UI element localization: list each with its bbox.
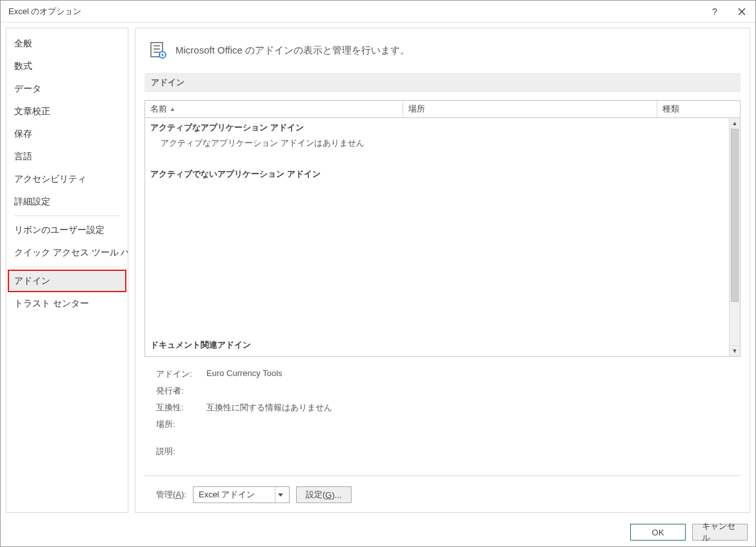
column-header-name[interactable]: 名前 ▲ bbox=[145, 101, 403, 117]
detail-label-location: 場所: bbox=[156, 419, 201, 430]
scroll-thumb[interactable] bbox=[731, 129, 739, 302]
scroll-down-icon[interactable]: ▼ bbox=[730, 345, 740, 356]
sidebar-item-addins[interactable]: アドイン bbox=[8, 270, 126, 292]
detail-label-publisher: 発行者: bbox=[156, 385, 201, 397]
category-inactive: アクティブでないアプリケーション アドイン bbox=[145, 164, 740, 183]
scroll-track[interactable] bbox=[730, 129, 740, 345]
titlebar: Excel のオプション ? bbox=[1, 1, 755, 23]
column-header-location-label: 場所 bbox=[408, 103, 425, 115]
sidebar-item-accessibility[interactable]: アクセシビリティ bbox=[8, 168, 126, 190]
sort-ascending-icon: ▲ bbox=[170, 106, 175, 112]
sidebar-item-customize-ribbon[interactable]: リボンのユーザー設定 bbox=[8, 219, 126, 241]
svg-point-7 bbox=[161, 54, 163, 55]
sidebar-divider bbox=[14, 215, 120, 216]
column-header-location[interactable]: 場所 bbox=[403, 101, 657, 117]
sidebar-item-language[interactable]: 言語 bbox=[8, 145, 126, 168]
ok-button[interactable]: OK bbox=[630, 524, 686, 541]
manage-combo[interactable]: Excel アドイン bbox=[193, 486, 290, 503]
detail-value-compat: 互換性に関する情報はありません bbox=[206, 402, 332, 413]
column-header-name-label: 名前 bbox=[150, 103, 167, 115]
sidebar-item-data[interactable]: データ bbox=[8, 77, 126, 100]
active-empty-message: アクティブなアプリケーション アドインはありません bbox=[145, 136, 740, 150]
sidebar-item-formulas[interactable]: 数式 bbox=[8, 55, 126, 77]
detail-label-compat: 互換性: bbox=[156, 402, 201, 413]
sidebar-item-trust-center[interactable]: トラスト センター bbox=[8, 292, 126, 315]
cancel-button[interactable]: キャンセル bbox=[692, 524, 748, 541]
window-title: Excel のオプション bbox=[8, 6, 81, 17]
scroll-up-icon[interactable]: ▲ bbox=[730, 118, 740, 129]
panel-heading: Microsoft Office のアドインの表示と管理を行います。 bbox=[175, 45, 410, 57]
addins-list: 名前 ▲ 場所 種類 アクティブなアプリケーション アドイン アクティブなアプリ… bbox=[144, 100, 741, 357]
manage-label: 管理(A): bbox=[156, 489, 186, 501]
list-header: 名前 ▲ 場所 種類 bbox=[145, 101, 740, 118]
manage-row: 管理(A): Excel アドイン 設定(G)... bbox=[144, 486, 741, 503]
category-active: アクティブなアプリケーション アドイン bbox=[145, 118, 740, 136]
go-button[interactable]: 設定(G)... bbox=[296, 486, 352, 503]
sidebar: 全般 数式 データ 文章校正 保存 言語 アクセシビリティ 詳細設定 リボンのユ… bbox=[6, 28, 128, 513]
column-header-type-label: 種類 bbox=[662, 103, 679, 115]
category-document-related: ドキュメント関連アドイン bbox=[145, 335, 728, 353]
sidebar-item-save[interactable]: 保存 bbox=[8, 123, 126, 145]
panel-header: Microsoft Office のアドインの表示と管理を行います。 bbox=[148, 40, 741, 61]
column-header-type[interactable]: 種類 bbox=[657, 101, 740, 117]
details-divider bbox=[144, 475, 741, 476]
close-icon bbox=[738, 8, 746, 15]
detail-label-description: 説明: bbox=[156, 446, 201, 457]
sidebar-item-quick-access[interactable]: クイック アクセス ツール バー bbox=[8, 241, 126, 264]
detail-label-addin: アドイン: bbox=[156, 368, 201, 380]
sidebar-item-advanced[interactable]: 詳細設定 bbox=[8, 190, 126, 213]
addin-details: アドイン: Euro Currency Tools 発行者: 互換性: 互換性に… bbox=[144, 363, 741, 469]
manage-combo-value: Excel アドイン bbox=[199, 489, 255, 501]
chevron-down-icon bbox=[275, 487, 286, 502]
addin-icon bbox=[148, 40, 168, 61]
sidebar-item-general[interactable]: 全般 bbox=[8, 32, 126, 55]
list-scrollbar[interactable]: ▲ ▼ bbox=[729, 118, 740, 356]
main-panel: Microsoft Office のアドインの表示と管理を行います。 アドイン … bbox=[135, 28, 750, 513]
dialog-footer: OK キャンセル bbox=[1, 518, 755, 546]
detail-value-addin: Euro Currency Tools bbox=[206, 368, 283, 380]
svg-marker-12 bbox=[278, 493, 283, 497]
list-body[interactable]: アクティブなアプリケーション アドイン アクティブなアプリケーション アドインは… bbox=[145, 118, 740, 356]
group-header-addins: アドイン bbox=[144, 73, 741, 92]
sidebar-item-proofing[interactable]: 文章校正 bbox=[8, 100, 126, 123]
help-button[interactable]: ? bbox=[701, 1, 728, 23]
sidebar-divider bbox=[14, 266, 120, 267]
close-button[interactable] bbox=[728, 1, 755, 23]
